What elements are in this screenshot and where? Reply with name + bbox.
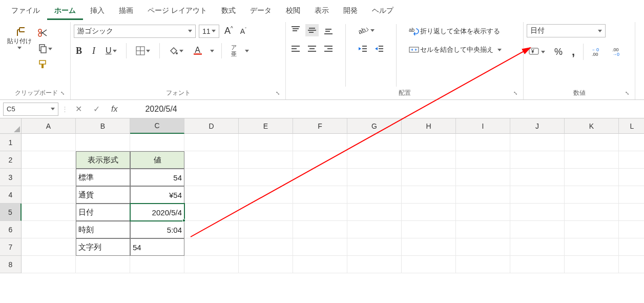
cell[interactable] — [347, 134, 402, 151]
col-header[interactable]: I — [456, 118, 510, 134]
font-name-select[interactable]: 游ゴシック — [74, 25, 196, 38]
cell[interactable] — [22, 186, 76, 204]
cell[interactable] — [347, 151, 402, 169]
cell[interactable] — [619, 238, 644, 256]
align-left-button[interactable] — [289, 43, 302, 55]
col-header[interactable]: H — [402, 118, 456, 134]
cell[interactable] — [347, 221, 402, 238]
cell[interactable] — [402, 221, 456, 238]
cell[interactable] — [456, 238, 510, 256]
cell[interactable] — [402, 169, 456, 186]
cell[interactable] — [184, 151, 239, 169]
cell[interactable] — [565, 186, 619, 204]
bold-button[interactable]: B — [74, 44, 84, 58]
cell[interactable] — [456, 134, 510, 151]
cell[interactable] — [239, 134, 293, 151]
cell[interactable] — [293, 151, 347, 169]
cell[interactable] — [184, 169, 239, 186]
cell[interactable] — [22, 204, 76, 221]
fill-handle[interactable] — [182, 219, 185, 222]
cell[interactable] — [293, 221, 347, 238]
comma-button[interactable]: , — [570, 44, 577, 60]
cell[interactable] — [22, 134, 76, 151]
cell[interactable] — [347, 256, 402, 273]
cell[interactable] — [239, 204, 293, 221]
accounting-format-button[interactable]: ¥ — [527, 46, 547, 58]
cell[interactable]: 表示形式 — [76, 151, 130, 169]
cell[interactable]: 5:04 — [130, 221, 184, 238]
cell[interactable]: 54 — [130, 238, 184, 256]
decrease-indent-button[interactable] — [356, 43, 369, 55]
cell[interactable] — [510, 238, 565, 256]
increase-font-button[interactable]: A^ — [222, 24, 235, 38]
cell[interactable] — [347, 238, 402, 256]
cut-button[interactable] — [36, 27, 54, 39]
cell[interactable] — [619, 169, 644, 186]
cell[interactable] — [76, 134, 130, 151]
tab-draw[interactable]: 描画 — [112, 3, 140, 20]
row-header[interactable]: 7 — [0, 238, 22, 256]
copy-button[interactable] — [36, 43, 54, 55]
cell[interactable] — [184, 238, 239, 256]
cell[interactable] — [510, 151, 565, 169]
cell[interactable] — [619, 151, 644, 169]
dialog-launcher-clipboard[interactable]: ⤡ — [59, 90, 66, 97]
cell[interactable] — [619, 221, 644, 238]
row-header[interactable]: 3 — [0, 169, 22, 186]
cell[interactable] — [510, 169, 565, 186]
cell[interactable] — [239, 186, 293, 204]
cell[interactable] — [510, 221, 565, 238]
decrease-decimal-button[interactable]: .00→0 — [610, 46, 626, 58]
col-header[interactable]: B — [76, 118, 130, 134]
cell[interactable] — [510, 134, 565, 151]
cell[interactable] — [402, 204, 456, 221]
align-right-button[interactable] — [322, 43, 335, 55]
cell[interactable]: 文字列 — [76, 238, 130, 256]
font-size-select[interactable]: 11 — [199, 25, 219, 38]
cell[interactable] — [402, 256, 456, 273]
cell[interactable] — [456, 221, 510, 238]
merge-center-button[interactable]: セルを結合して中央揃え — [407, 44, 504, 56]
cell[interactable] — [184, 256, 239, 273]
font-color-dropdown[interactable] — [210, 50, 214, 52]
cell[interactable] — [293, 256, 347, 273]
tab-insert[interactable]: 挿入 — [83, 3, 112, 20]
row-header[interactable]: 1 — [0, 134, 22, 151]
dialog-launcher-font[interactable]: ⤡ — [274, 90, 281, 97]
cell[interactable] — [293, 169, 347, 186]
tab-home[interactable]: ホーム — [47, 3, 83, 20]
tab-formulas[interactable]: 数式 — [214, 3, 243, 20]
phonetic-button[interactable]: ア亜 — [229, 43, 239, 58]
cell[interactable] — [22, 238, 76, 256]
cell[interactable] — [184, 186, 239, 204]
cell[interactable] — [347, 204, 402, 221]
cancel-formula-button[interactable]: ✕ — [71, 104, 86, 114]
cell[interactable] — [22, 169, 76, 186]
col-header[interactable]: J — [510, 118, 565, 134]
cell[interactable] — [619, 186, 644, 204]
decrease-font-button[interactable]: Aˇ — [238, 25, 248, 37]
cell[interactable] — [184, 221, 239, 238]
align-center-button[interactable] — [305, 43, 319, 55]
cell[interactable] — [22, 221, 76, 238]
cell[interactable] — [76, 256, 130, 273]
increase-decimal-button[interactable]: ←0.00 — [590, 46, 605, 58]
name-box[interactable]: C5 — [3, 103, 58, 116]
orientation-button[interactable]: ab — [356, 24, 386, 36]
tab-view[interactable]: 表示 — [307, 3, 336, 20]
italic-button[interactable]: I — [90, 44, 97, 58]
cell[interactable] — [239, 238, 293, 256]
percent-button[interactable]: % — [552, 45, 565, 59]
cell[interactable] — [347, 169, 402, 186]
row-header[interactable]: 2 — [0, 151, 22, 169]
col-header[interactable]: K — [565, 118, 619, 134]
row-header[interactable]: 4 — [0, 186, 22, 204]
cell[interactable] — [293, 186, 347, 204]
wrap-text-button[interactable]: ab 折り返して全体を表示する — [407, 25, 504, 37]
align-middle-button[interactable] — [305, 24, 319, 36]
cell[interactable] — [293, 204, 347, 221]
col-header[interactable]: D — [184, 118, 239, 134]
cell[interactable] — [565, 134, 619, 151]
cell[interactable] — [510, 204, 565, 221]
cell[interactable] — [402, 134, 456, 151]
